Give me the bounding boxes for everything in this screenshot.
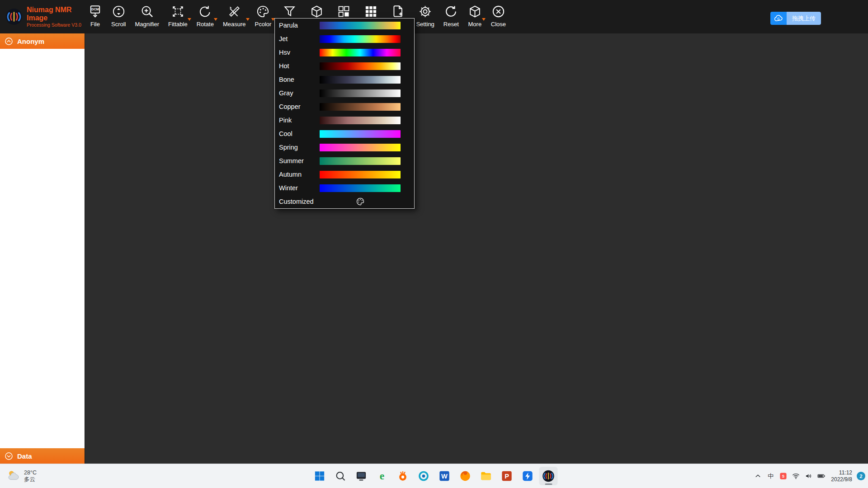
- toolbar-button-label: Pcolor: [255, 21, 272, 28]
- taskbar-clock[interactable]: 11:12 2022/9/8: [828, 469, 855, 483]
- weather-widget[interactable]: 28°C 多云: [2, 464, 41, 488]
- colormap-item-parula[interactable]: Parula: [275, 19, 414, 32]
- notification-badge[interactable]: 2: [857, 472, 865, 480]
- dropdown-arrow-icon: [482, 18, 486, 21]
- colormap-item-summer[interactable]: Summer: [275, 154, 414, 168]
- toolbar-button-measure[interactable]: Measure: [218, 0, 250, 33]
- blocks-icon: [337, 5, 351, 19]
- taskbar-app-nmr-logo[interactable]: [539, 467, 558, 485]
- colormap-item-label: Customized: [279, 198, 320, 205]
- colormap-item-cool[interactable]: Cool: [275, 127, 414, 141]
- sidebar-panel-data-label: Data: [17, 452, 32, 460]
- app-logo-text: Niumag NMR Image Processing Software V3.…: [27, 6, 84, 28]
- weather-text: 28°C 多云: [24, 469, 37, 483]
- taskbar-app-windows-start[interactable]: [311, 467, 329, 485]
- taskbar-app-teal-ring[interactable]: [415, 467, 433, 485]
- taskbar-app-powerpoint[interactable]: P: [498, 467, 516, 485]
- colormap-item-hot[interactable]: Hot: [275, 59, 414, 73]
- sidebar-panel-data[interactable]: Data: [0, 448, 85, 464]
- nmr-logo-icon: [5, 8, 23, 25]
- svg-text:P: P: [505, 473, 509, 480]
- colormap-item-pink[interactable]: Pink: [275, 113, 414, 127]
- weather-condition: 多云: [24, 476, 37, 483]
- dropdown-arrow-icon: [188, 18, 191, 21]
- colormap-item-hsv[interactable]: Hsv: [275, 46, 414, 59]
- colormap-item-customized[interactable]: Customized: [275, 195, 414, 208]
- taskbar-app-dark-window[interactable]: [352, 467, 371, 485]
- wifi-icon[interactable]: [790, 469, 802, 484]
- toolbar-button-label: Measure: [223, 21, 246, 28]
- colormap-gradient-bar: [320, 130, 401, 138]
- colormap-menu: ParulaJetHsvHotBoneGrayCopperPinkCoolSpr…: [274, 18, 415, 209]
- taskbar-app-area: eWP: [311, 464, 558, 488]
- taskbar-app-folder[interactable]: [477, 467, 495, 485]
- colormap-item-winter[interactable]: Winter: [275, 181, 414, 195]
- grid-icon: [364, 5, 378, 19]
- taskbar-app-word[interactable]: W: [435, 467, 454, 485]
- taskbar-app-firefox[interactable]: [456, 467, 475, 485]
- taskbar: 28°C 多云 eWP 中S 11:12 2022/9/8 2: [0, 464, 868, 488]
- dropdown-arrow-icon: [214, 18, 217, 21]
- colormap-item-autumn[interactable]: Autumn: [275, 168, 414, 181]
- colormap-item-label: Spring: [279, 144, 320, 151]
- cube-3d-icon: [310, 5, 324, 19]
- cloud-upload-icon: [770, 12, 787, 25]
- colormap-item-label: Autumn: [279, 171, 320, 178]
- colormap-item-jet[interactable]: Jet: [275, 32, 414, 46]
- measure-tools-icon: [227, 5, 241, 19]
- colormap-item-copper[interactable]: Copper: [275, 100, 414, 113]
- svg-text:DCM: DCM: [91, 7, 99, 11]
- colormap-item-label: Hot: [279, 62, 320, 70]
- toolbar-button-pcolor[interactable]: Pcolor: [250, 0, 276, 33]
- toolbar-button-label: Close: [491, 21, 506, 28]
- clock-date: 2022/9/8: [831, 476, 852, 483]
- colormap-gradient-bar: [320, 117, 401, 124]
- toolbar-button-file[interactable]: DCMFile: [84, 0, 107, 33]
- toolbar-button-label: Rotate: [197, 21, 214, 28]
- sidebar: Anonym Data: [0, 33, 85, 464]
- dropdown-arrow-icon: [246, 18, 250, 21]
- taskbar-app-search[interactable]: [331, 467, 350, 485]
- sidebar-panel-anonym[interactable]: Anonym: [0, 33, 85, 49]
- palette-icon: [320, 198, 401, 206]
- upload-button[interactable]: 拖拽上传: [770, 12, 821, 25]
- colormap-gradient-bar: [320, 184, 401, 192]
- svg-text:W: W: [441, 473, 448, 480]
- ime-language-indicator[interactable]: 中: [764, 469, 777, 484]
- colormap-item-label: Parula: [279, 22, 320, 29]
- colormap-item-label: Hsv: [279, 49, 320, 56]
- taskbar-app-blue-bolt[interactable]: [519, 467, 537, 485]
- battery-icon[interactable]: [815, 469, 827, 484]
- toolbar-button-reset[interactable]: Reset: [439, 0, 463, 33]
- colormap-item-label: Winter: [279, 184, 320, 192]
- toolbar-button-label: Reset: [443, 21, 459, 28]
- app-title: Niumag NMR Image: [27, 6, 84, 23]
- toolbar-button-rotate[interactable]: Rotate: [192, 0, 218, 33]
- toolbar-button-fittable[interactable]: Fittable: [164, 0, 192, 33]
- colormap-gradient-bar: [320, 49, 401, 56]
- circle-chevron-down-icon: [5, 452, 13, 460]
- toolbar-button-more[interactable]: More: [463, 0, 486, 33]
- colormap-item-gray[interactable]: Gray: [275, 86, 414, 100]
- upload-label: 拖拽上传: [787, 12, 821, 25]
- toolbar-button-close[interactable]: Close: [486, 0, 510, 33]
- taskbar-app-edge-browser[interactable]: e: [373, 467, 392, 485]
- colormap-item-spring[interactable]: Spring: [275, 141, 414, 154]
- clock-time: 11:12: [839, 469, 852, 476]
- fit-expand-icon: [171, 5, 185, 19]
- taskbar-app-orange-utility[interactable]: [394, 467, 412, 485]
- colormap-item-bone[interactable]: Bone: [275, 73, 414, 86]
- cloud-weather-icon: [6, 468, 21, 484]
- colormap-gradient-bar: [320, 171, 401, 178]
- toolbar-button-magnifier[interactable]: Magnifier: [131, 0, 164, 33]
- sogou-input-icon[interactable]: S: [777, 469, 789, 484]
- dcm-file-icon: DCM: [88, 5, 102, 19]
- colormap-gradient-bar: [320, 157, 401, 165]
- toolbar-button-label: Magnifier: [135, 21, 159, 28]
- toolbar-button-setting[interactable]: Setting: [411, 0, 439, 33]
- sidebar-panel-anonym-label: Anonym: [17, 38, 44, 45]
- chevron-up-icon[interactable]: [752, 469, 764, 484]
- gear-icon: [418, 5, 432, 19]
- toolbar-button-scroll[interactable]: Scroll: [107, 0, 131, 33]
- speaker-icon[interactable]: [802, 469, 815, 484]
